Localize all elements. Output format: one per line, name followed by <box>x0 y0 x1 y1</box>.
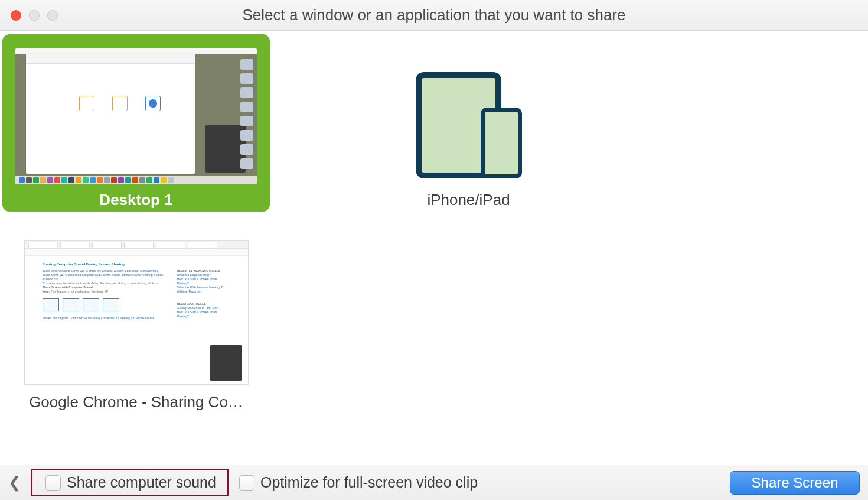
checkbox-box-icon <box>239 475 254 491</box>
traffic-lights <box>11 10 58 21</box>
share-options-area: Desktop 1 iPhone/iPad Sharing Computer S… <box>0 31 868 465</box>
share-sound-label: Share computer sound <box>67 474 216 491</box>
share-option-desktop-label: Desktop 1 <box>99 188 172 212</box>
share-computer-sound-checkbox[interactable]: Share computer sound <box>41 474 221 491</box>
window-close-button[interactable] <box>11 10 21 21</box>
share-option-chrome-label: Google Chrome - Sharing Co… <box>29 393 243 411</box>
desktop-thumbnail <box>15 48 257 184</box>
share-options-row-1: Desktop 1 iPhone/iPad <box>2 34 866 212</box>
share-options-row-2: Sharing Computer Sound During Screen Sha… <box>2 240 866 411</box>
window-title: Select a window or an application that y… <box>0 6 868 24</box>
share-option-google-chrome[interactable]: Sharing Computer Sound During Screen Sha… <box>2 240 270 411</box>
ios-device-icon-wrap <box>335 34 602 188</box>
share-option-desktop-1[interactable]: Desktop 1 <box>2 34 270 212</box>
window-zoom-button[interactable] <box>47 10 58 21</box>
expand-chevron-icon[interactable]: ❮ <box>8 473 26 492</box>
share-option-ios-label: iPhone/iPad <box>427 188 510 212</box>
share-screen-button[interactable]: Share Screen <box>730 471 860 495</box>
chrome-thumbnail: Sharing Computer Sound During Screen Sha… <box>24 240 249 385</box>
optimize-video-checkbox[interactable]: Optimize for full-screen video clip <box>234 474 482 491</box>
share-option-iphone-ipad[interactable]: iPhone/iPad <box>335 34 602 212</box>
titlebar: Select a window or an application that y… <box>0 0 868 31</box>
ipad-iphone-icon <box>416 72 522 178</box>
optimize-video-label: Optimize for full-screen video clip <box>260 474 478 491</box>
desktop-thumbnail-wrap <box>2 34 270 188</box>
window-minimize-button[interactable] <box>29 10 40 21</box>
share-sound-highlight: Share computer sound <box>31 469 229 496</box>
checkbox-box-icon <box>45 475 61 491</box>
footer-bar: ❮ Share computer sound Optimize for full… <box>0 465 868 500</box>
